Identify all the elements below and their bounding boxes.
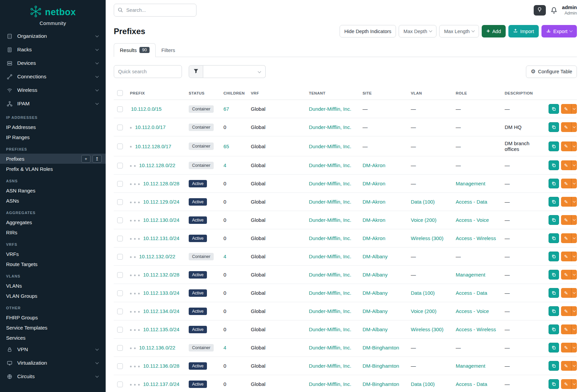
row-checkbox[interactable] (117, 181, 123, 187)
site-value[interactable]: DM-Akron (363, 217, 385, 223)
role-value[interactable]: Access - Wireless (456, 235, 496, 241)
row-checkbox[interactable] (117, 309, 123, 314)
edit-button[interactable]: ✎ (561, 252, 571, 261)
edit-button[interactable]: ✎ (561, 160, 571, 170)
sidebar-item-wireless[interactable]: Wireless (0, 83, 106, 97)
row-checkbox[interactable] (117, 327, 123, 333)
vlan-value[interactable]: Voice (200) (411, 308, 436, 314)
tenant-link[interactable]: Dunder-Mifflin, Inc. (309, 199, 351, 205)
saved-filter-select[interactable] (203, 65, 266, 78)
role-value[interactable]: Access - Wireless (456, 326, 496, 332)
edit-button[interactable]: ✎ (561, 215, 571, 225)
vlan-value[interactable]: Data (100) (411, 381, 435, 387)
copy-button[interactable] (549, 379, 559, 389)
site-value[interactable]: DM-Albany (363, 272, 388, 278)
edit-dropdown-toggle[interactable] (571, 215, 577, 225)
max-length-dropdown[interactable]: Max Length (439, 25, 479, 37)
copy-button[interactable] (549, 179, 559, 188)
sidebar-item-vlans[interactable]: VLANs (0, 281, 106, 291)
sidebar-item-rirs[interactable]: RIRs (0, 227, 106, 237)
vlan-value[interactable]: Wireless (300) (411, 326, 444, 332)
sidebar-item-asns[interactable]: ASNs (0, 195, 106, 206)
role-value[interactable]: Management (456, 272, 485, 278)
row-checkbox[interactable] (117, 272, 123, 278)
vlan-value[interactable]: Data (100) (411, 290, 435, 296)
tenant-link[interactable]: Dunder-Mifflin, Inc. (309, 106, 351, 112)
edit-button[interactable]: ✎ (561, 141, 571, 151)
edit-button[interactable]: ✎ (561, 361, 571, 371)
copy-button[interactable] (549, 252, 559, 261)
select-all-checkbox[interactable] (117, 90, 123, 96)
role-value[interactable]: Access - Data (456, 199, 487, 205)
prefix-link[interactable]: 10.112.132.0/28 (143, 272, 179, 278)
sidebar-item-aggregates[interactable]: Aggregates (0, 217, 106, 227)
site-value[interactable]: DM-Akron (363, 199, 385, 205)
configure-table-button[interactable]: ⚙ Configure Table (526, 66, 577, 78)
site-value[interactable]: DM-Albany (363, 290, 388, 296)
edit-dropdown-toggle[interactable] (571, 179, 577, 188)
prefix-link[interactable]: 10.112.0.0/17 (135, 124, 166, 130)
sidebar-item-route-targets[interactable]: Route Targets (0, 259, 106, 269)
tenant-link[interactable]: Dunder-Mifflin, Inc. (309, 217, 351, 223)
role-value[interactable]: Access - Voice (456, 308, 489, 314)
edit-button[interactable]: ✎ (561, 179, 571, 188)
tenant-link[interactable]: Dunder-Mifflin, Inc. (309, 235, 351, 241)
vlan-value[interactable]: Wireless (300) (411, 235, 444, 241)
prefix-link[interactable]: 10.112.131.0/24 (143, 235, 179, 241)
site-value[interactable]: DM-Akron (363, 162, 385, 168)
tenant-link[interactable]: Dunder-Mifflin, Inc. (309, 345, 351, 350)
tenant-link[interactable]: Dunder-Mifflin, Inc. (309, 290, 351, 296)
hide-depth-indicators-button[interactable]: Hide Depth Indicators (340, 25, 396, 37)
prefix-link[interactable]: 10.112.128.0/22 (139, 162, 175, 168)
column-header-status[interactable]: STATUS (185, 87, 220, 100)
edit-dropdown-toggle[interactable] (571, 361, 577, 371)
sidebar-item-ip-ranges[interactable]: IP Ranges (0, 132, 106, 142)
prefix-link[interactable]: 10.112.136.0/22 (139, 345, 175, 350)
edit-button[interactable]: ✎ (561, 122, 571, 132)
theme-toggle-button[interactable] (534, 5, 546, 16)
copy-button[interactable] (549, 197, 559, 207)
site-value[interactable]: DM-Akron (363, 181, 385, 186)
edit-button[interactable]: ✎ (561, 306, 571, 316)
copy-button[interactable] (549, 122, 559, 132)
edit-dropdown-toggle[interactable] (571, 252, 577, 261)
notifications-bell-icon[interactable] (551, 7, 557, 14)
add-button[interactable]: +Add (482, 25, 506, 37)
tenant-link[interactable]: Dunder-Mifflin, Inc. (309, 124, 351, 130)
tenant-link[interactable]: Dunder-Mifflin, Inc. (309, 162, 351, 168)
copy-button[interactable] (549, 270, 559, 280)
copy-button[interactable] (549, 324, 559, 334)
edit-dropdown-toggle[interactable] (571, 343, 577, 352)
add-prefix-mini-button[interactable]: + (81, 155, 90, 163)
import-button[interactable]: Import (508, 25, 539, 37)
sidebar-item-fhrp-groups[interactable]: FHRP Groups (0, 312, 106, 322)
edit-button[interactable]: ✎ (561, 197, 571, 207)
prefix-link[interactable]: 10.112.132.0/22 (139, 254, 175, 259)
tenant-link[interactable]: Dunder-Mifflin, Inc. (309, 143, 351, 149)
edit-dropdown-toggle[interactable] (571, 141, 577, 151)
row-checkbox[interactable] (117, 217, 123, 223)
role-value[interactable]: Access - Data (456, 381, 487, 387)
site-value[interactable]: DM-Binghamton (363, 363, 399, 369)
edit-dropdown-toggle[interactable] (571, 324, 577, 334)
tenant-link[interactable]: Dunder-Mifflin, Inc. (309, 272, 351, 278)
edit-button[interactable]: ✎ (561, 343, 571, 352)
copy-button[interactable] (549, 104, 559, 114)
tenant-link[interactable]: Dunder-Mifflin, Inc. (309, 181, 351, 186)
sidebar-item-circuits[interactable]: Circuits (0, 370, 106, 383)
column-header-tenant[interactable]: TENANT (305, 87, 359, 100)
sidebar-item-ip-addresses[interactable]: IP Addresses (0, 122, 106, 132)
column-header-site[interactable]: SITE (359, 87, 407, 100)
import-prefix-mini-button[interactable]: ↥ (92, 155, 102, 163)
prefix-link[interactable]: 10.112.133.0/24 (143, 290, 179, 296)
sidebar-item-virtualization[interactable]: Virtualization (0, 356, 106, 370)
tenant-link[interactable]: Dunder-Mifflin, Inc. (309, 254, 351, 259)
row-checkbox[interactable] (117, 290, 123, 296)
user-menu[interactable]: admin Admin (562, 4, 577, 16)
edit-dropdown-toggle[interactable] (571, 160, 577, 170)
sidebar-item-vrfs[interactable]: VRFs (0, 249, 106, 259)
row-checkbox[interactable] (117, 125, 123, 130)
row-checkbox[interactable] (117, 236, 123, 241)
children-count[interactable]: 67 (223, 106, 229, 112)
tab-results[interactable]: Results 90 (114, 43, 156, 57)
